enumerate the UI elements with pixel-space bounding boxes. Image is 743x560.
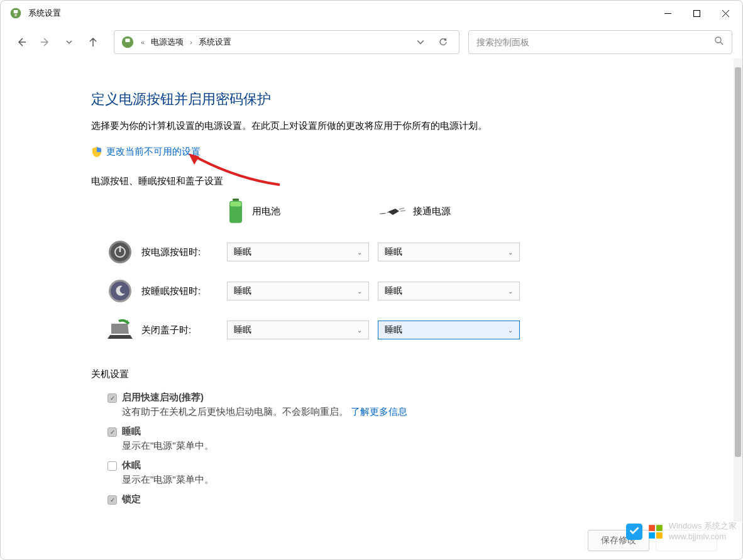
svg-rect-23 bbox=[649, 525, 655, 531]
navbar: « 电源选项 › 系统设置 bbox=[1, 26, 742, 58]
window-title: 系统设置 bbox=[28, 8, 653, 19]
close-lid-label: 关闭盖子时: bbox=[141, 324, 227, 336]
svg-rect-24 bbox=[656, 525, 663, 531]
svg-rect-4 bbox=[693, 10, 700, 16]
fast-startup-desc: 这有助于在关机之后更快地启动电脑。不会影响重启。 了解更多信息 bbox=[122, 406, 708, 418]
battery-icon bbox=[227, 199, 245, 224]
battery-header: 用电池 bbox=[227, 199, 378, 224]
watermark-line2: www.bjjmlv.com bbox=[669, 532, 737, 542]
plug-icon bbox=[378, 205, 405, 217]
refresh-button[interactable] bbox=[434, 33, 453, 52]
page-description: 选择要为你的计算机设置的电源设置。在此页上对设置所做的更改将应用于你所有的电源计… bbox=[91, 120, 708, 132]
sleep-desc: 显示在"电源"菜单中。 bbox=[122, 440, 708, 452]
plugged-label: 接通电源 bbox=[413, 206, 451, 217]
hibernate-item: 休眠 显示在"电源"菜单中。 bbox=[107, 459, 708, 486]
fast-startup-item: 启用快速启动(推荐) 这有助于在关机之后更快地启动电脑。不会影响重启。 了解更多… bbox=[107, 392, 708, 418]
back-button[interactable] bbox=[11, 31, 32, 53]
svg-rect-2 bbox=[14, 14, 16, 16]
battery-label: 用电池 bbox=[252, 206, 280, 217]
forward-button[interactable] bbox=[35, 31, 56, 53]
sleep-button-row: 按睡眠按钮时: 睡眠⌄ 睡眠⌄ bbox=[106, 272, 708, 310]
power-button-row: 按电源按钮时: 睡眠⌄ 睡眠⌄ bbox=[106, 233, 708, 272]
content-area: 定义电源按钮并启用密码保护 选择要为你的计算机设置的电源设置。在此页上对设置所做… bbox=[1, 58, 734, 522]
sleep-button-label: 按睡眠按钮时: bbox=[141, 285, 227, 297]
chevron-down-icon: ⌄ bbox=[357, 288, 362, 295]
search-icon[interactable] bbox=[714, 36, 724, 48]
learn-more-link[interactable]: 了解更多信息 bbox=[351, 406, 407, 417]
power-button-label: 按电源按钮时: bbox=[141, 246, 227, 258]
recent-dropdown[interactable] bbox=[58, 31, 80, 53]
chevron-down-icon: ⌄ bbox=[357, 327, 362, 334]
svg-line-14 bbox=[399, 208, 404, 209]
sleep-button-battery-select[interactable]: 睡眠⌄ bbox=[227, 282, 369, 300]
address-icon bbox=[121, 35, 135, 49]
chevron-down-icon: ⌄ bbox=[508, 249, 513, 256]
watermark-logo-1 bbox=[626, 524, 642, 540]
sleep-checkbox[interactable] bbox=[107, 427, 117, 437]
fast-startup-checkbox[interactable] bbox=[107, 393, 117, 403]
sleep-item: 睡眠 显示在"电源"菜单中。 bbox=[107, 425, 708, 452]
svg-rect-8 bbox=[125, 39, 129, 43]
app-icon bbox=[9, 7, 22, 19]
scrollbar[interactable] bbox=[734, 58, 742, 522]
close-lid-battery-select[interactable]: 睡眠⌄ bbox=[227, 321, 369, 339]
breadcrumb-segment[interactable]: 系统设置 bbox=[199, 36, 231, 48]
section-power-title: 电源按钮、睡眠按钮和盖子设置 bbox=[91, 175, 708, 187]
power-button-icon bbox=[106, 238, 134, 266]
svg-rect-13 bbox=[230, 202, 241, 207]
close-lid-plugged-select[interactable]: 睡眠⌄ bbox=[378, 321, 520, 339]
sleep-button-icon bbox=[106, 277, 134, 305]
close-button[interactable] bbox=[711, 2, 740, 25]
watermark-line1: Windows 系统之家 bbox=[669, 521, 737, 532]
shield-icon bbox=[91, 146, 102, 158]
watermark: Windows 系统之家 www.bjjmlv.com bbox=[626, 521, 737, 542]
chevron-down-icon: ⌄ bbox=[508, 327, 513, 334]
power-button-plugged-select[interactable]: 睡眠⌄ bbox=[378, 243, 520, 261]
lock-checkbox[interactable] bbox=[107, 495, 117, 505]
chevron-right-icon: › bbox=[187, 38, 195, 46]
lock-item: 锁定 bbox=[107, 493, 708, 505]
svg-point-9 bbox=[715, 37, 721, 43]
power-button-battery-select[interactable]: 睡眠⌄ bbox=[227, 243, 369, 261]
section-shutdown-title: 关机设置 bbox=[91, 368, 708, 380]
svg-line-15 bbox=[400, 211, 405, 211]
svg-rect-25 bbox=[649, 532, 655, 539]
scrollbar-thumb[interactable] bbox=[735, 67, 741, 457]
laptop-lid-icon bbox=[106, 316, 134, 344]
titlebar: 系统设置 bbox=[1, 1, 742, 26]
sleep-label: 睡眠 bbox=[122, 425, 708, 437]
breadcrumb-segment[interactable]: 电源选项 bbox=[151, 36, 184, 48]
chevron-down-icon: ⌄ bbox=[508, 288, 513, 295]
hibernate-label: 休眠 bbox=[122, 459, 708, 471]
maximize-button[interactable] bbox=[682, 2, 711, 25]
svg-line-10 bbox=[720, 42, 723, 45]
search-bar bbox=[468, 30, 732, 54]
sleep-button-plugged-select[interactable]: 睡眠⌄ bbox=[378, 282, 520, 300]
address-dropdown[interactable] bbox=[411, 33, 430, 52]
hibernate-desc: 显示在"电源"菜单中。 bbox=[122, 474, 708, 486]
svg-rect-11 bbox=[233, 199, 239, 201]
chevron-icon: « bbox=[138, 38, 147, 46]
fast-startup-label: 启用快速启动(推荐) bbox=[122, 392, 708, 404]
search-input[interactable] bbox=[476, 37, 714, 47]
plugged-header: 接通电源 bbox=[378, 199, 529, 224]
up-button[interactable] bbox=[82, 31, 104, 53]
minimize-button[interactable] bbox=[653, 2, 682, 25]
chevron-down-icon: ⌄ bbox=[357, 249, 362, 256]
watermark-logo-2 bbox=[647, 524, 664, 540]
page-title: 定义电源按钮并启用密码保护 bbox=[91, 90, 708, 109]
change-unavailable-settings-link[interactable]: 更改当前不可用的设置 bbox=[106, 146, 201, 158]
window: 系统设置 « 电源选项 › bbox=[0, 0, 743, 560]
svg-rect-26 bbox=[656, 532, 663, 539]
hibernate-checkbox[interactable] bbox=[107, 461, 117, 471]
lock-label: 锁定 bbox=[122, 493, 708, 505]
close-lid-row: 关闭盖子时: 睡眠⌄ 睡眠⌄ bbox=[106, 310, 708, 349]
svg-rect-1 bbox=[14, 10, 18, 13]
address-bar[interactable]: « 电源选项 › 系统设置 bbox=[114, 30, 460, 54]
